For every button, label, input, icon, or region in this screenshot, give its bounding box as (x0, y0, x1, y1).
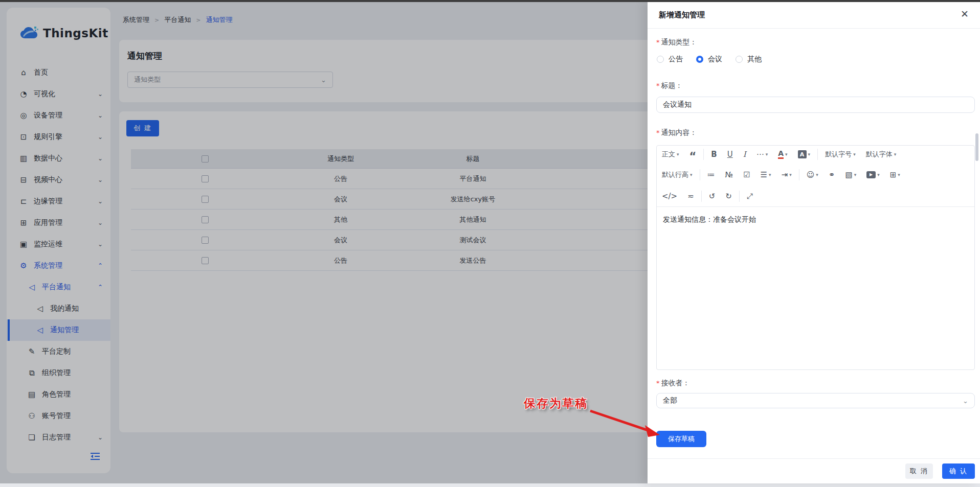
required-asterisk: * (656, 38, 660, 46)
underline-icon: U (727, 150, 733, 159)
title-label: *标题 : (656, 81, 680, 90)
blockquote-button[interactable]: “ (689, 152, 697, 157)
video-button[interactable]: ▶▾ (866, 171, 880, 178)
fullscreen-icon: ⤢ (747, 192, 753, 201)
confirm-button[interactable]: 确 认 (942, 463, 975, 479)
highlight-color-icon: A (798, 150, 807, 158)
radio-公告[interactable]: 公告 (657, 55, 683, 64)
editor-toolbar: 正文▾“BUI⋯▾A▾A▾默认字号▾默认字体▾默认行高▾≔№☑☰▾⇥▾☺▾⚭▧▾… (657, 146, 974, 206)
image-button[interactable]: ▧▾ (845, 170, 856, 179)
drawer-title: 新增通知管理 (659, 10, 705, 20)
caret-down-icon: ▾ (677, 152, 679, 157)
font-family-button[interactable]: 默认字体▾ (866, 150, 897, 159)
paragraph-style-button[interactable]: 正文▾ (662, 150, 679, 159)
highlight-color-button[interactable]: A▾ (798, 150, 811, 158)
redo-icon: ↻ (725, 192, 732, 201)
table-button[interactable]: ⊞▾ (890, 170, 900, 179)
toolbar-group: ☺▾⚭▧▾▶▾⊞▾ (807, 170, 900, 179)
italic-button[interactable]: I (743, 150, 746, 159)
top-strip (0, 0, 980, 2)
toolbar-group: 正文▾“ (662, 150, 696, 159)
bullet-list-icon: ≔ (707, 170, 715, 179)
toolbar-group: 默认字号▾默认字体▾ (825, 150, 896, 159)
caret-down-icon: ▾ (785, 152, 788, 157)
drawer-header: 新增通知管理 ✕ (648, 2, 980, 29)
editor-content[interactable]: 发送通知信息：准备会议开始 (657, 206, 974, 370)
blockquote-icon: “ (689, 154, 697, 159)
radio-selected-icon (696, 56, 703, 63)
image-icon: ▧ (845, 170, 852, 179)
notice-type-radio-group: 公告会议其他 (657, 55, 762, 64)
redo-button[interactable]: ↻ (725, 192, 732, 201)
caret-down-icon: ▾ (853, 152, 856, 157)
required-asterisk: * (656, 129, 660, 136)
indent-button[interactable]: ⇥▾ (782, 170, 792, 179)
undo-icon: ↺ (709, 192, 716, 201)
radio-label: 会议 (708, 55, 722, 64)
editor-toolbar-row: </>≂↺↻⤢ (657, 186, 974, 206)
toolbar-group: ⤢ (747, 192, 753, 201)
caret-down-icon: ▾ (898, 172, 900, 177)
toolbar-group-divider (817, 149, 818, 160)
font-size-button[interactable]: 默认字号▾ (825, 150, 856, 159)
radio-unselected-icon (657, 56, 664, 63)
caret-down-icon: ▾ (854, 172, 857, 177)
caret-down-icon: ▾ (789, 172, 792, 177)
numbered-list-icon: № (725, 170, 733, 179)
drawer-footer: 取 消 确 认 (648, 458, 980, 483)
bottom-strip (0, 483, 980, 487)
line-height-label: 默认行高 (662, 170, 688, 179)
title-input[interactable]: 会议通知 (656, 97, 975, 113)
link-button[interactable]: ⚭ (829, 170, 835, 179)
required-asterisk: * (656, 379, 660, 387)
code-view-icon: </> (662, 192, 677, 201)
horizontal-rule-icon: ≂ (687, 192, 694, 201)
chevron-down-icon: ⌄ (963, 397, 968, 405)
caret-down-icon: ▾ (894, 152, 897, 157)
align-button[interactable]: ☰▾ (761, 170, 771, 179)
font-family-label: 默认字体 (866, 150, 893, 159)
app-root: ThingsKit ⌂首页◔可视化⌄◎设备管理⌄⊡规则引擎⌄▥数据中心⌄⊟视频中… (0, 0, 980, 487)
close-icon[interactable]: ✕ (961, 9, 969, 19)
task-list-button[interactable]: ☑ (743, 170, 750, 179)
underline-button[interactable]: U (727, 150, 733, 159)
horizontal-rule-button[interactable]: ≂ (687, 192, 694, 201)
toolbar-group: ↺↻ (709, 192, 732, 201)
font-size-label: 默认字号 (825, 150, 852, 159)
annotation-arrow (583, 407, 665, 439)
bullet-list-button[interactable]: ≔ (707, 170, 715, 179)
code-view-button[interactable]: </> (662, 192, 677, 201)
caret-down-icon: ▾ (766, 152, 768, 157)
drawer-scrollbar[interactable] (975, 133, 978, 161)
undo-button[interactable]: ↺ (709, 192, 716, 201)
caret-down-icon: ▾ (690, 172, 693, 177)
cancel-button[interactable]: 取 消 (905, 463, 933, 479)
editor-toolbar-row: 默认行高▾≔№☑☰▾⇥▾☺▾⚭▧▾▶▾⊞▾ (657, 163, 974, 186)
more-styles-icon: ⋯ (756, 150, 764, 159)
radio-会议[interactable]: 会议 (696, 55, 722, 64)
editor-toolbar-row: 正文▾“BUI⋯▾A▾A▾默认字号▾默认字体▾ (657, 146, 974, 163)
radio-其他[interactable]: 其他 (736, 55, 762, 64)
toolbar-group: ≔№☑☰▾⇥▾ (707, 170, 792, 179)
toolbar-group-divider (701, 191, 702, 202)
receiver-label: *接收者 : (656, 379, 687, 388)
receiver-select-value: 全部 (663, 396, 677, 405)
caret-down-icon: ▾ (808, 152, 811, 157)
required-asterisk: * (656, 82, 660, 89)
numbered-list-button[interactable]: № (725, 170, 733, 179)
more-styles-button[interactable]: ⋯▾ (756, 150, 768, 159)
font-color-button[interactable]: A▾ (778, 150, 787, 159)
receiver-select[interactable]: 全部 ⌄ (656, 393, 975, 408)
bold-button[interactable]: B (711, 150, 717, 159)
toolbar-group: BUI⋯▾A▾A▾ (711, 150, 810, 159)
radio-label: 公告 (669, 55, 683, 64)
line-height-button[interactable]: 默认行高▾ (662, 170, 693, 179)
emoji-button[interactable]: ☺▾ (807, 170, 818, 179)
align-icon: ☰ (761, 170, 767, 179)
video-icon: ▶ (866, 171, 876, 178)
fullscreen-button[interactable]: ⤢ (747, 192, 753, 201)
annotation-text: 保存为草稿 (524, 396, 588, 411)
table-icon: ⊞ (890, 170, 897, 179)
caret-down-icon: ▾ (816, 172, 818, 177)
rich-text-editor: 正文▾“BUI⋯▾A▾A▾默认字号▾默认字体▾默认行高▾≔№☑☰▾⇥▾☺▾⚭▧▾… (656, 145, 975, 370)
